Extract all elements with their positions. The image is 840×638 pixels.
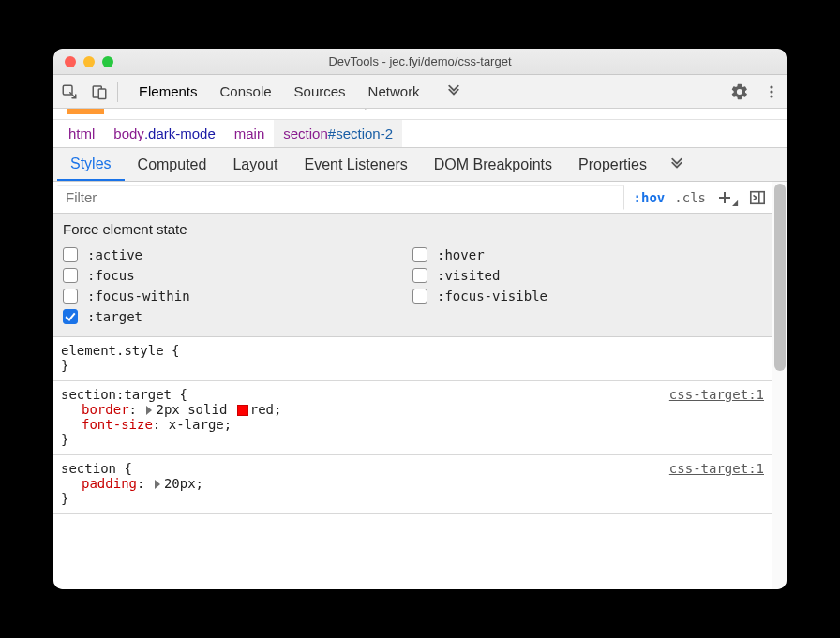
state-active-row[interactable]: :active [63,245,412,265]
breadcrumb-item[interactable]: main [225,120,275,147]
checkbox-icon[interactable] [412,247,428,262]
new-style-rule-icon[interactable]: ◢ [717,190,738,205]
device-toolbar-icon[interactable] [91,83,108,100]
svg-point-4 [770,90,772,93]
tab-console[interactable]: Console [209,75,283,108]
color-swatch-icon[interactable] [237,405,248,416]
expand-tri-icon[interactable] [155,480,160,489]
subtab-dom-breakpoints[interactable]: DOM Breakpoints [421,148,565,181]
subtab-styles[interactable]: Styles [57,148,125,181]
more-subtabs-icon[interactable] [669,157,684,172]
vertical-scrollbar[interactable] [772,182,787,589]
svg-point-3 [770,85,772,88]
svg-rect-2 [98,89,106,99]
toggle-computed-sidebar-icon[interactable] [749,189,766,206]
breadcrumbs: html body.dark-mode main section#section… [53,120,787,148]
force-state-toggle[interactable]: :hov [634,190,666,205]
force-element-state-panel: Force element state :active :focus :focu… [53,214,772,337]
declaration[interactable]: font-size: x-large; [82,417,764,432]
more-tabs-icon[interactable] [446,84,461,99]
main-toolbar: Elements Console Sources Network [53,75,787,109]
checkbox-icon[interactable] [63,268,78,283]
styles-subtabs: Styles Computed Layout Event Listeners D… [53,148,787,182]
kebab-menu-icon[interactable] [764,84,779,99]
styles-filter-row: :hov .cls ◢ [53,182,772,214]
state-target-row[interactable]: :target [63,306,412,327]
dom-tree-snippet[interactable]: ▼<section id="section-2"> == $0 [53,109,787,120]
minimize-icon[interactable] [83,56,95,67]
devtools-window: DevTools - jec.fyi/demo/css-target Eleme… [53,49,787,589]
style-rule-section[interactable]: css-target:1 section { padding: 20px; } [53,455,772,514]
subtab-computed[interactable]: Computed [125,148,220,181]
force-state-label: Force element state [63,221,762,237]
filter-input[interactable] [57,185,624,210]
tab-elements[interactable]: Elements [128,75,209,108]
window-title: DevTools - jec.fyi/demo/css-target [53,54,787,68]
inspect-icon[interactable] [61,83,78,100]
checkbox-icon[interactable] [63,247,78,262]
close-icon[interactable] [65,56,76,67]
breadcrumb-item-selected[interactable]: section#section-2 [274,120,402,147]
state-focus-row[interactable]: :focus [63,265,412,286]
breadcrumb-item[interactable]: body.dark-mode [104,120,224,147]
svg-point-5 [770,95,772,97]
expand-tri-icon[interactable] [146,406,152,415]
declaration[interactable]: border: 2px solid red; [82,402,764,417]
checkbox-checked-icon[interactable] [63,309,78,324]
state-focus-visible-row[interactable]: :focus-visible [412,286,762,306]
breadcrumb-item[interactable]: html [59,120,104,147]
state-hover-row[interactable]: :hover [412,245,762,265]
style-rule-element-style[interactable]: element.style { } [53,337,772,381]
rule-source-link[interactable]: css-target:1 [669,461,764,476]
subtab-properties[interactable]: Properties [565,148,660,181]
titlebar: DevTools - jec.fyi/demo/css-target [53,49,787,75]
checkbox-icon[interactable] [412,268,428,283]
scrollbar-thumb[interactable] [774,184,786,371]
subtab-event-listeners[interactable]: Event Listeners [291,148,420,181]
declaration[interactable]: padding: 20px; [82,476,764,491]
style-rule-section-target[interactable]: css-target:1 section:target { border: 2p… [53,381,772,455]
tab-network[interactable]: Network [357,75,431,108]
tab-sources[interactable]: Sources [283,75,357,108]
element-classes-toggle[interactable]: .cls [674,190,706,205]
state-visited-row[interactable]: :visited [412,265,762,286]
settings-icon[interactable] [730,82,749,101]
checkbox-icon[interactable] [412,289,428,304]
checkbox-icon[interactable] [63,289,78,304]
svg-rect-6 [751,191,764,203]
maximize-icon[interactable] [102,56,113,67]
state-focus-within-row[interactable]: :focus-within [63,286,412,306]
rule-source-link[interactable]: css-target:1 [669,387,764,402]
subtab-layout[interactable]: Layout [219,148,291,181]
